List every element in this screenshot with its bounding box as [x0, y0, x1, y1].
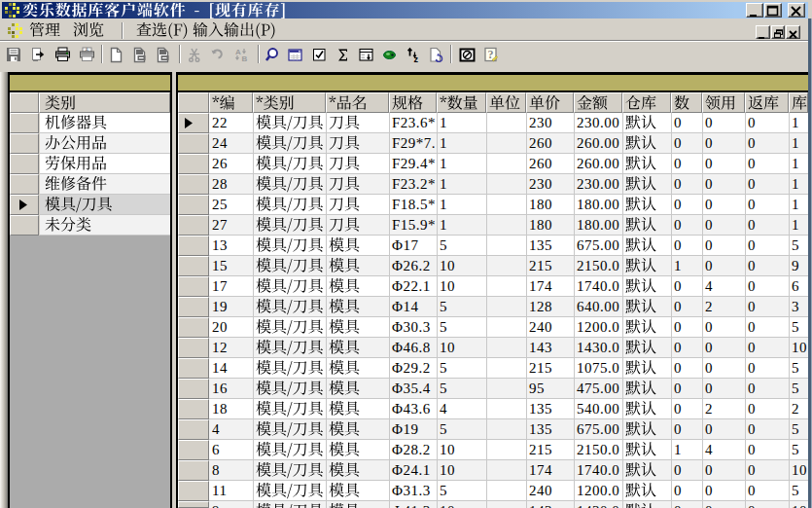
svg-text:A: A: [235, 48, 241, 56]
svg-text:z: z: [413, 54, 418, 63]
svg-text:B: B: [241, 54, 247, 63]
